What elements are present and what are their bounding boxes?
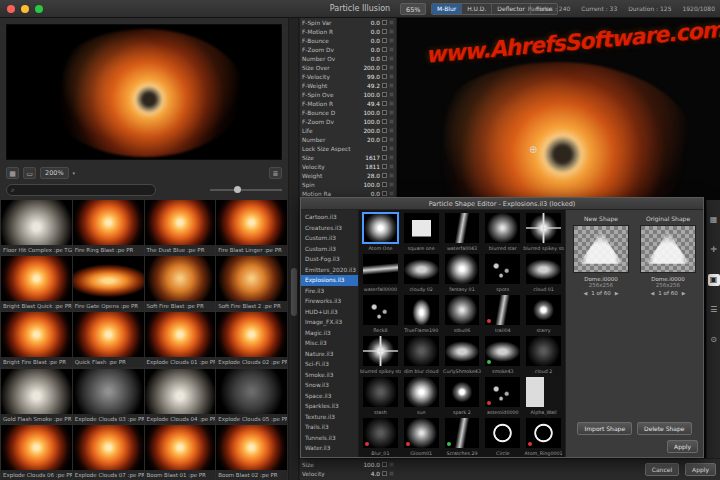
- thumbnail-size-slider[interactable]: [210, 184, 282, 196]
- parameter-value[interactable]: 20.0: [367, 137, 380, 143]
- parameter-value[interactable]: 4.0: [371, 471, 380, 477]
- shape-tile[interactable]: blurred spikey star 2: [360, 334, 401, 375]
- shape-library-item[interactable]: Smoke.il3: [301, 370, 358, 381]
- emitter-thumbnail[interactable]: Explode Clouds 04 :pe PR: [145, 369, 216, 424]
- parameter-value[interactable]: 100.0: [363, 92, 380, 98]
- cancel-button[interactable]: Cancel: [645, 463, 679, 476]
- emitter-thumbnail[interactable]: Boom Blast 02 :pe PR: [216, 425, 287, 480]
- shape-tile[interactable]: stash: [360, 375, 401, 416]
- shape-tile[interactable]: square one: [401, 211, 442, 252]
- parameter-value[interactable]: 0.0: [371, 29, 380, 35]
- parameter-graph-icon[interactable]: [389, 137, 394, 142]
- shape-library-item[interactable]: Trails.il3: [301, 422, 358, 433]
- emitter-thumbnail[interactable]: Soft Fire Blast :pe PR: [145, 256, 216, 311]
- parameter-graph-icon[interactable]: [389, 101, 394, 106]
- prev-frame-icon[interactable]: ◀: [650, 290, 654, 296]
- parameter-graph-icon[interactable]: [389, 155, 394, 160]
- parameter-checkbox[interactable]: [382, 137, 387, 142]
- emitter-thumbnail[interactable]: Explode Clouds 05 :pe PR: [216, 369, 287, 424]
- parameter-checkbox[interactable]: [382, 74, 387, 79]
- shape-library-item[interactable]: Cartoon.il3: [301, 212, 358, 223]
- shape-library-item[interactable]: Space.il3: [301, 391, 358, 402]
- shape-tile[interactable]: stbu06: [442, 293, 483, 334]
- parameter-graph-icon[interactable]: [389, 191, 394, 196]
- parameter-row[interactable]: F-Zoom Dv 0.0: [300, 45, 396, 54]
- parameter-row[interactable]: Number Ov 0.0: [300, 54, 396, 63]
- parameter-row[interactable]: Size Over 200.0: [300, 63, 396, 72]
- scrollbar-thumb[interactable]: [291, 268, 297, 316]
- parameter-checkbox[interactable]: [382, 92, 387, 97]
- shape-tile[interactable]: smoke43: [482, 334, 523, 375]
- minimize-button[interactable]: [21, 5, 29, 13]
- parameter-checkbox[interactable]: [382, 83, 387, 88]
- shape-library-item[interactable]: Sci-Fi.il3: [301, 359, 358, 370]
- shape-tile[interactable]: Atom One: [360, 211, 401, 252]
- emitter-preview-viewport[interactable]: [6, 24, 282, 160]
- parameter-row[interactable]: Weight 28.0: [300, 171, 396, 180]
- shape-library-item[interactable]: Snow.il3: [301, 380, 358, 391]
- shape-tile[interactable]: trail04: [482, 293, 523, 334]
- emitter-thumbnail[interactable]: Fire Ring Blast :pe PR: [73, 200, 144, 255]
- parameter-checkbox[interactable]: [382, 65, 387, 70]
- parameter-value[interactable]: 28.0: [367, 173, 380, 179]
- parameter-checkbox[interactable]: [382, 164, 387, 169]
- parameter-graph-icon[interactable]: [389, 74, 394, 79]
- emitter-thumbnail[interactable]: Fire Gate Opens :pe PR: [73, 256, 144, 311]
- shape-library-item[interactable]: Custom.il3: [301, 233, 358, 244]
- rail-tool-icon[interactable]: ⊙: [708, 334, 720, 346]
- emitter-thumbnail[interactable]: Bright Fire Blast :pe PR: [1, 312, 72, 367]
- shape-tile[interactable]: cloudy 02: [401, 252, 442, 293]
- parameter-checkbox[interactable]: [382, 47, 387, 52]
- parameter-value[interactable]: 100.0: [363, 110, 380, 116]
- parameter-row[interactable]: F-Zoom Dv 100.0: [300, 117, 396, 126]
- parameter-value[interactable]: 0.0: [371, 56, 380, 62]
- shape-tile[interactable]: Alpha_Wall: [523, 375, 564, 416]
- search-input[interactable]: [18, 187, 151, 194]
- parameter-checkbox[interactable]: [382, 29, 387, 34]
- parameter-row[interactable]: F-Motion R 49.4: [300, 99, 396, 108]
- parameter-value[interactable]: 0.0: [371, 191, 380, 197]
- parameter-row[interactable]: F-Motion R 0.0: [300, 27, 396, 36]
- panel-scrollbar[interactable]: [288, 18, 299, 480]
- parameter-graph-icon[interactable]: [389, 92, 394, 97]
- shape-library-item[interactable]: Creatures.il3: [301, 223, 358, 234]
- shape-library-item[interactable]: Nature.il3: [301, 349, 358, 360]
- shape-tile[interactable]: fleck8: [360, 293, 401, 334]
- shape-library-item[interactable]: Fire.il3: [301, 286, 358, 297]
- parameter-graph-icon[interactable]: [389, 146, 394, 151]
- parameter-checkbox[interactable]: [382, 20, 387, 25]
- shape-tile[interactable]: CurlyShmoke43: [442, 334, 483, 375]
- preview-zoom-value[interactable]: 200%: [40, 167, 69, 179]
- shape-library-item[interactable]: Tunnels.il3: [301, 433, 358, 444]
- next-frame-icon[interactable]: ▶: [682, 290, 686, 296]
- parameter-graph-icon[interactable]: [389, 182, 394, 187]
- parameter-graph-icon[interactable]: [389, 83, 394, 88]
- shape-library-item[interactable]: Misc.il3: [301, 338, 358, 349]
- shape-tile[interactable]: cloud 01: [523, 252, 564, 293]
- parameter-row[interactable]: F-Weight 49.2: [300, 81, 396, 90]
- parameter-row[interactable]: Velocity 4.0: [300, 469, 396, 478]
- parameter-checkbox[interactable]: [382, 471, 387, 476]
- shape-library-item[interactable]: Sparkles.il3: [301, 401, 358, 412]
- shape-tile[interactable]: fantasy 01: [442, 252, 483, 293]
- parameter-row[interactable]: F-Velocity 99.0: [300, 72, 396, 81]
- next-frame-icon[interactable]: ▶: [615, 290, 619, 296]
- delete-shape-button[interactable]: Delete Shape: [637, 422, 691, 435]
- emitter-thumbnail[interactable]: The Dust Blue :pe PR: [145, 200, 216, 255]
- shape-tile[interactable]: TrueFlame190: [401, 293, 442, 334]
- parameter-row[interactable]: Number 20.0: [300, 135, 396, 144]
- parameter-checkbox[interactable]: [382, 155, 387, 160]
- shape-tile[interactable]: blurred star: [482, 211, 523, 252]
- parameter-graph-icon[interactable]: [389, 56, 394, 61]
- shape-library-item[interactable]: Magic.il3: [301, 328, 358, 339]
- parameter-row[interactable]: F-Bounce 0.0: [300, 36, 396, 45]
- parameter-checkbox[interactable]: [382, 38, 387, 43]
- shape-tile[interactable]: dim blur cloud: [401, 334, 442, 375]
- shape-tile[interactable]: waterfall0000: [360, 252, 401, 293]
- emitter-thumbnail[interactable]: Gold Flash Smoke :pe PR: [1, 369, 72, 424]
- parameter-graph-icon[interactable]: [389, 462, 394, 467]
- apply-button[interactable]: Apply: [685, 463, 716, 476]
- parameter-checkbox[interactable]: [382, 173, 387, 178]
- emitter-thumbnail[interactable]: Fire Blast Linger :pe PR: [216, 200, 287, 255]
- rail-tool-icon[interactable]: ☰: [708, 304, 720, 316]
